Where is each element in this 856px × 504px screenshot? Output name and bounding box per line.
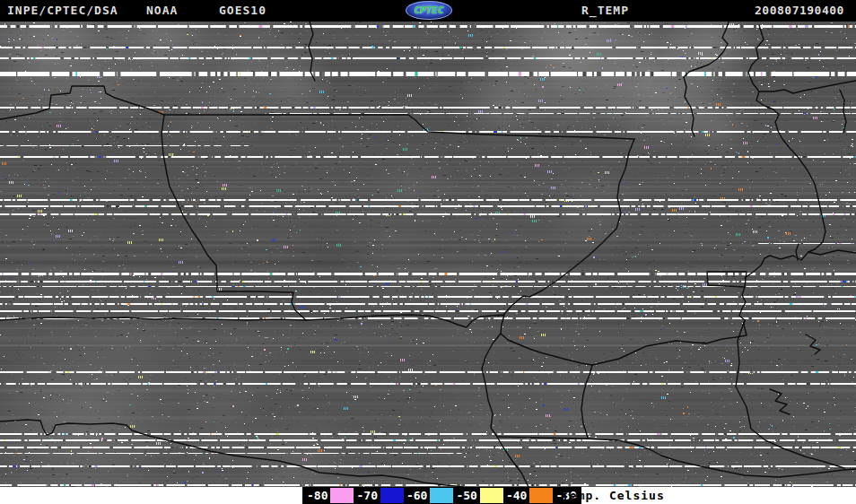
satellite-label: GOES10 <box>219 0 266 22</box>
legend-swatch <box>330 488 354 503</box>
product-label: R_TEMP <box>581 0 629 22</box>
legend-swatch <box>480 488 503 503</box>
timestamp-label: 200807190400 <box>755 0 844 22</box>
legend-label: -50 <box>454 487 478 504</box>
temperature-legend: -80-70-60-50-40-30 <box>302 487 581 504</box>
legend-label: -80 <box>305 487 329 504</box>
legend-title: Temp. Celsius <box>562 487 665 504</box>
legend-swatch <box>529 488 553 503</box>
satellite-image-canvas <box>0 22 856 487</box>
legend-swatch <box>430 488 453 503</box>
org-label: INPE/CPTEC/DSA <box>7 0 118 22</box>
bottom-strip: -80-70-60-50-40-30 Temp. Celsius <box>0 487 856 504</box>
cptec-logo-text: CPTEC <box>414 4 443 16</box>
legend-label: -70 <box>354 487 379 504</box>
cptec-logo: CPTEC <box>406 1 452 20</box>
legend-swatch <box>380 488 404 503</box>
legend-label: -40 <box>504 487 528 504</box>
legend-label: -60 <box>405 487 429 504</box>
header-bar: INPE/CPTEC/DSA NOAA GOES10 CPTEC R_TEMP … <box>0 0 856 22</box>
agency-label: NOAA <box>146 0 178 22</box>
